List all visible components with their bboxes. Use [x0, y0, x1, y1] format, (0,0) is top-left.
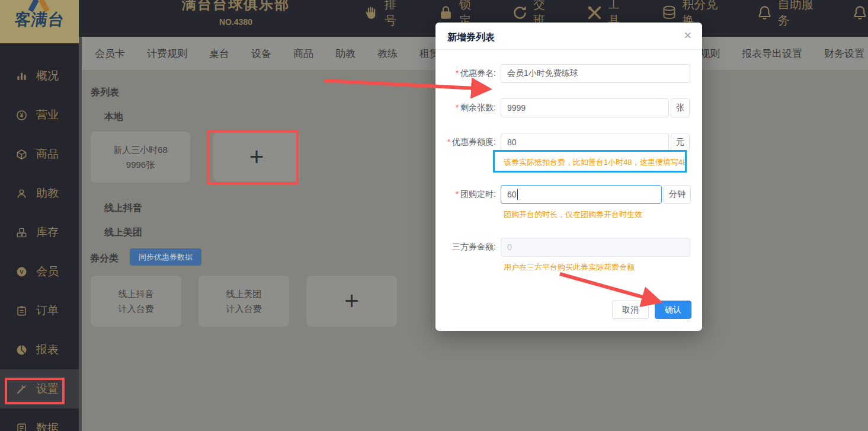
thirdparty-amount-input[interactable]: [501, 238, 690, 257]
coupon-card-count: 9996张: [126, 158, 155, 171]
svg-text:V: V: [20, 269, 24, 275]
coupon-name-input[interactable]: [501, 64, 690, 83]
sidebar-item-settings[interactable]: 设置: [0, 369, 79, 408]
category-card-name: 线上抖音: [118, 288, 154, 300]
sidebar-item-label: 设置: [36, 381, 59, 397]
tools-icon: [587, 5, 603, 21]
sidebar-item-business[interactable]: ¥ 营业: [0, 95, 79, 135]
unit-yuan: 元: [671, 133, 690, 152]
clipboard-icon: [16, 305, 27, 317]
modal-header: 新增券列表 ×: [435, 23, 702, 50]
tab-billing-rules[interactable]: 计费规则: [147, 47, 187, 60]
shift-cycle-icon: [512, 5, 528, 21]
modal-title: 新增券列表: [447, 31, 495, 44]
plus-icon: +: [344, 289, 359, 314]
nav-item-queue[interactable]: 排号: [363, 0, 403, 28]
nav-item-label: 排号: [385, 0, 403, 28]
text-caret: [517, 189, 518, 200]
required-marker: *: [456, 68, 459, 78]
tab-report-export[interactable]: 报表导出设置: [742, 47, 802, 60]
field-label: 三方券金额:: [452, 242, 496, 251]
sidebar-item-label: 商品: [36, 146, 59, 162]
close-icon[interactable]: ×: [684, 29, 691, 42]
yen-circle-icon: ¥: [16, 110, 27, 121]
sync-coupon-data-button[interactable]: 同步优惠券数据: [130, 248, 201, 266]
tab-devices[interactable]: 设备: [251, 47, 271, 60]
nav-item-selfservice[interactable]: 自助服务: [757, 0, 818, 28]
sidebar-item-assistant[interactable]: 助教: [0, 174, 79, 213]
sidebar-item-data[interactable]: 数据: [0, 408, 79, 431]
sidebar-item-label: 数据: [36, 420, 59, 431]
bell-icon: [757, 5, 773, 21]
sidebar-item-goods[interactable]: 商品: [0, 135, 79, 174]
confirm-button[interactable]: 确认: [655, 301, 691, 319]
cube-icon: [16, 149, 27, 160]
plus-icon: +: [249, 145, 264, 170]
field-coupon-amount: *优惠券额度: 元: [435, 133, 690, 152]
coupon-category-title: 券分类: [90, 253, 118, 265]
add-coupon-modal: 新增券列表 × *优惠券名: *剩余张数: 张 *优惠券额度: 元 该券实际抵扣…: [435, 23, 702, 331]
add-category-button[interactable]: +: [306, 276, 397, 327]
sidebar-item-label: 助教: [36, 186, 59, 201]
thirdparty-hint: 用户在三方平台购买此券实际花费金额: [504, 262, 635, 273]
unit-minutes: 分钟: [664, 185, 691, 204]
field-coupon-name: *优惠券名:: [435, 64, 690, 83]
tab-goods[interactable]: 商品: [293, 47, 313, 60]
category-card-desc: 计入台费: [118, 302, 154, 315]
timer-hint: 团购开台的时长，仅在团购券开台时生效: [504, 209, 642, 220]
logo-mark-icon: [24, 0, 56, 11]
field-label: 团购定时:: [460, 189, 496, 199]
logo-text: 客满台: [14, 12, 65, 28]
sidebar-item-stock[interactable]: 库存: [0, 213, 79, 252]
unit-zhang: 张: [671, 98, 690, 117]
required-marker: *: [447, 137, 450, 146]
bell-icon: [852, 5, 868, 21]
wrench-icon: [16, 384, 27, 395]
sidebar-item-reports[interactable]: 报表: [0, 330, 79, 369]
field-label: 优惠券额度:: [452, 137, 496, 146]
sidebar-item-label: 报表: [36, 342, 59, 357]
field-groupbuy-timer: *团购定时: 分钟: [435, 185, 691, 204]
tab-assistant[interactable]: 助教: [335, 47, 355, 60]
tab-coach[interactable]: 教练: [377, 47, 398, 60]
sidebar-item-label: 订单: [36, 303, 59, 318]
tab-member-card[interactable]: 会员卡: [95, 47, 125, 60]
coupon-card-local[interactable]: 新人三小时68 9996张: [91, 132, 190, 183]
groupbuy-timer-input[interactable]: [501, 185, 662, 204]
document-icon: [16, 423, 27, 431]
coupon-list-title: 券列表: [91, 87, 119, 99]
tab-finance-settings[interactable]: 财务设置: [824, 47, 864, 60]
sidebar-nav: 概况 ¥ 营业 商品 助教 库存 V 会员: [0, 43, 79, 431]
category-card-desc: 计入台费: [226, 302, 262, 315]
cancel-button[interactable]: 取消: [612, 301, 649, 319]
nav-item-notifications[interactable]: [852, 5, 868, 21]
cubes-icon: [16, 227, 27, 238]
sidebar-item-member[interactable]: V 会员: [0, 252, 79, 291]
category-card-meituan[interactable]: 线上美团 计入台费: [198, 276, 289, 327]
coins-icon: [661, 5, 677, 21]
field-label: 剩余张数:: [460, 103, 496, 112]
section-douyin: 线上抖音: [104, 202, 142, 215]
required-marker: *: [456, 189, 459, 199]
coupon-amount-input[interactable]: [501, 133, 669, 152]
modal-footer: 取消 确认: [612, 301, 691, 319]
club-number: NO.4380: [138, 17, 334, 27]
field-thirdparty-amount: 三方券金额:: [435, 238, 690, 257]
club-name: 满台台球俱乐部: [138, 0, 334, 14]
category-card-douyin[interactable]: 线上抖音 计入台费: [91, 276, 181, 327]
app-logo: 客满台: [0, 0, 79, 43]
sidebar-item-label: 营业: [36, 107, 59, 123]
lock-icon: [438, 5, 454, 21]
sidebar-item-overview[interactable]: 概况: [0, 56, 79, 95]
remaining-count-input[interactable]: [501, 98, 669, 117]
coupon-card-name: 新人三小时68: [113, 143, 168, 156]
sidebar-item-label: 概况: [36, 68, 59, 84]
person-icon: [16, 188, 27, 199]
required-marker: *: [456, 103, 459, 112]
svg-text:¥: ¥: [20, 112, 24, 119]
field-label: 优惠券名:: [460, 68, 496, 78]
tab-rules-partial[interactable]: 规则: [700, 47, 720, 60]
sidebar-item-orders[interactable]: 订单: [0, 291, 79, 330]
tab-tables[interactable]: 桌台: [209, 47, 229, 60]
add-coupon-button[interactable]: +: [213, 133, 300, 181]
